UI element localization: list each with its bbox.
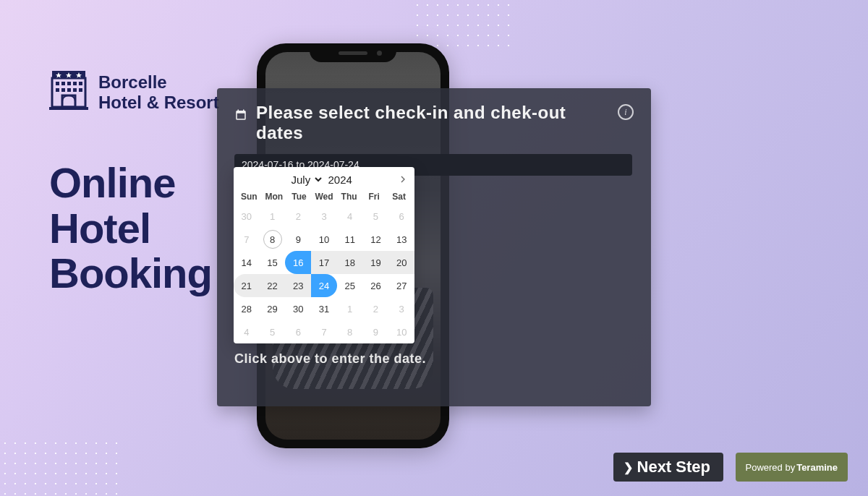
svg-rect-9 bbox=[79, 82, 82, 85]
svg-rect-11 bbox=[61, 88, 65, 92]
decorative-dots-bottom bbox=[0, 438, 123, 496]
calendar-day[interactable]: 22 bbox=[260, 274, 286, 297]
calendar-day: 5 bbox=[363, 205, 389, 228]
dow: Thu bbox=[336, 192, 362, 202]
calendar-day: 1 bbox=[337, 297, 363, 320]
calendar-day[interactable]: 31 bbox=[311, 297, 337, 320]
calendar-day: 4 bbox=[234, 320, 260, 343]
calendar-day: 7 bbox=[311, 320, 337, 343]
dow: Fri bbox=[362, 192, 387, 202]
dow: Mon bbox=[262, 192, 287, 202]
powered-by-badge[interactable]: Powered by Teramine bbox=[736, 453, 848, 482]
hotel-icon bbox=[49, 69, 88, 116]
hero-line3: Booking bbox=[49, 251, 212, 296]
svg-rect-7 bbox=[67, 82, 71, 85]
powered-name: Teramine bbox=[796, 462, 838, 473]
svg-rect-12 bbox=[67, 88, 71, 92]
calendar-day[interactable]: 19 bbox=[363, 251, 389, 274]
calendar-day: 2 bbox=[363, 297, 389, 320]
month-select[interactable]: July bbox=[287, 171, 324, 188]
dow: Sat bbox=[386, 192, 412, 202]
calendar-day: 10 bbox=[388, 320, 414, 343]
calendar-day[interactable]: 14 bbox=[234, 251, 260, 274]
calendar-day: 4 bbox=[337, 205, 363, 228]
calendar-day: 3 bbox=[388, 297, 414, 320]
dow: Wed bbox=[312, 192, 337, 202]
calendar-day[interactable]: 10 bbox=[311, 228, 337, 251]
svg-rect-6 bbox=[61, 82, 65, 85]
svg-rect-5 bbox=[56, 82, 59, 85]
calendar-day: 5 bbox=[260, 320, 286, 343]
helper-text: Click above to enter the date. bbox=[234, 351, 426, 367]
svg-rect-14 bbox=[79, 88, 82, 92]
calendar-day[interactable]: 8 bbox=[260, 228, 286, 251]
next-step-label: Next Step bbox=[637, 458, 710, 476]
calendar-day: 7 bbox=[234, 228, 260, 251]
calendar-day[interactable]: 13 bbox=[388, 228, 414, 251]
calendar-day[interactable]: 20 bbox=[388, 251, 414, 274]
calendar-day: 3 bbox=[311, 205, 337, 228]
calendar-day[interactable]: 27 bbox=[388, 274, 414, 297]
brand-block: Borcelle Hotel & Resort bbox=[49, 69, 219, 116]
calendar-day[interactable]: 26 bbox=[363, 274, 389, 297]
svg-rect-13 bbox=[73, 88, 77, 92]
panel-title: Please select check-in and chek-out date… bbox=[256, 103, 609, 144]
calendar-day[interactable]: 15 bbox=[260, 251, 286, 274]
svg-rect-10 bbox=[56, 88, 59, 92]
calendar-weekday-row: Sun Mon Tue Wed Thu Fri Sat bbox=[234, 192, 414, 205]
year-input[interactable] bbox=[328, 174, 362, 186]
calendar-day: 6 bbox=[388, 205, 414, 228]
hero-title: Online Hotel Booking bbox=[49, 161, 212, 296]
calendar-day[interactable]: 28 bbox=[234, 297, 260, 320]
calendar-day: 1 bbox=[260, 205, 286, 228]
calendar-day: 6 bbox=[285, 320, 311, 343]
phone-notch bbox=[310, 43, 396, 62]
svg-rect-16 bbox=[49, 107, 88, 110]
powered-prefix: Powered by bbox=[746, 462, 796, 473]
calendar-day[interactable]: 23 bbox=[285, 274, 311, 297]
hero-line1: Online bbox=[49, 161, 212, 206]
calendar-day[interactable]: 11 bbox=[337, 228, 363, 251]
calendar-day: 2 bbox=[285, 205, 311, 228]
calendar-day: 8 bbox=[337, 320, 363, 343]
calendar-day[interactable]: 16 bbox=[285, 251, 311, 274]
brand-text: Borcelle Hotel & Resort bbox=[98, 72, 219, 112]
calendar-day[interactable]: 21 bbox=[234, 274, 260, 297]
calendar-day[interactable]: 25 bbox=[337, 274, 363, 297]
info-icon[interactable]: i bbox=[618, 104, 634, 120]
calendar-day: 9 bbox=[363, 320, 389, 343]
chevron-right-icon: ❯ bbox=[624, 461, 633, 474]
brand-line1: Borcelle bbox=[98, 72, 219, 93]
svg-rect-8 bbox=[73, 82, 77, 85]
brand-line2: Hotel & Resort bbox=[98, 93, 219, 113]
dow: Tue bbox=[286, 192, 312, 202]
calendar-icon bbox=[234, 108, 247, 121]
calendar-grid: 3012345678910111213141516171819202122232… bbox=[234, 205, 414, 343]
calendar-day[interactable]: 12 bbox=[363, 228, 389, 251]
calendar-day[interactable]: 17 bbox=[311, 251, 337, 274]
calendar-day: 30 bbox=[234, 205, 260, 228]
hero-line2: Hotel bbox=[49, 206, 212, 252]
next-step-button[interactable]: ❯ Next Step bbox=[613, 453, 723, 482]
calendar-day[interactable]: 30 bbox=[285, 297, 311, 320]
calendar-day[interactable]: 24 bbox=[311, 274, 337, 297]
calendar-day[interactable]: 9 bbox=[285, 228, 311, 251]
next-month-icon[interactable] bbox=[397, 174, 409, 185]
calendar-day[interactable]: 18 bbox=[337, 251, 363, 274]
calendar-popover[interactable]: July Sun Mon Tue Wed Thu Fri Sat 3012345… bbox=[234, 167, 414, 343]
decorative-dots-top bbox=[412, 0, 514, 51]
dow: Sun bbox=[237, 192, 262, 202]
calendar-day[interactable]: 29 bbox=[260, 297, 286, 320]
